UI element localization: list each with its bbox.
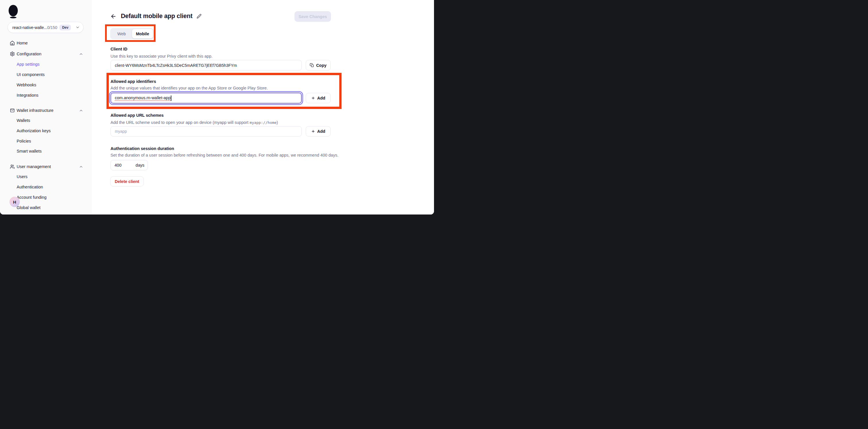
session-duration-value: 400 (115, 163, 121, 167)
url-schemes-description: Add the URL scheme used to open your app… (111, 120, 278, 125)
sidebar-item-label: User management (17, 164, 51, 169)
sidebar-item-wallet-infrastructure[interactable]: Wallet infrastructure (0, 106, 92, 115)
session-duration-label: Authentication session duration (111, 146, 174, 151)
client-id-label: Client ID (111, 47, 127, 51)
users-icon (10, 164, 15, 169)
app-usage-count: 0/150 (47, 25, 57, 30)
chevron-up-icon[interactable] (79, 52, 83, 56)
add-button-label: Add (317, 96, 325, 100)
wallet-icon (10, 108, 15, 113)
session-duration-description: Set the duration of a user session befor… (111, 153, 338, 158)
client-id-description: Use this key to associate your Privy cli… (111, 54, 212, 59)
sidebar-item-label: Configuration (17, 52, 41, 56)
edit-pencil-icon[interactable] (197, 14, 202, 19)
session-duration-unit: days (135, 163, 144, 167)
annotation-box-app-identifiers (106, 73, 342, 109)
chevron-up-icon[interactable] (79, 165, 83, 169)
sidebar-item-label: UI components (17, 72, 45, 77)
plus-icon (311, 129, 315, 133)
platform-toggle: Web Mobile (110, 28, 154, 39)
copy-button[interactable]: Copy (306, 60, 331, 70)
client-id-input[interactable] (111, 60, 302, 70)
sidebar-item-policies[interactable]: Policies (0, 137, 92, 145)
sidebar-item-label: Global wallet (17, 205, 40, 210)
app-selector-name: react-native-walle... (12, 25, 47, 30)
copy-button-label: Copy (316, 63, 327, 68)
tab-web[interactable]: Web (111, 29, 132, 38)
sidebar-item-home[interactable]: Home (0, 39, 92, 47)
sidebar-item-integrations[interactable]: Integrations (0, 91, 92, 100)
sidebar-item-authorization-keys[interactable]: Authorization keys (0, 127, 92, 135)
delete-client-button[interactable]: Delete client (110, 176, 144, 187)
app-identifier-input[interactable]: com.anonymous.rn-wallet-app (111, 93, 302, 103)
app-identifiers-description: Add the unique values that identifies yo… (111, 86, 268, 90)
sidebar-item-label: Wallet infrastructure (17, 108, 53, 113)
sidebar-item-label: Policies (17, 139, 31, 143)
sidebar-item-configuration[interactable]: Configuration (0, 50, 92, 58)
add-url-scheme-button[interactable]: Add (306, 126, 331, 136)
sidebar-item-smart-wallets[interactable]: Smart wallets (0, 147, 92, 156)
save-changes-button[interactable]: Save Changes (294, 11, 331, 22)
sidebar-item-label: Home (17, 41, 28, 45)
privy-logo-icon (8, 5, 19, 19)
url-schemes-label: Allowed app URL schemes (111, 113, 164, 118)
app-identifiers-label: Allowed app identifiers (111, 79, 156, 84)
plus-icon (311, 96, 315, 100)
sidebar-item-webhooks[interactable]: Webhooks (0, 80, 92, 89)
page-header: Default mobile app client (110, 12, 202, 20)
main-content: Default mobile app client Save Changes W… (92, 0, 434, 214)
sidebar-item-label: Webhooks (17, 82, 36, 87)
chevron-up-icon[interactable] (79, 108, 83, 113)
app-selector[interactable]: react-native-walle... 0/150 Dev (7, 22, 84, 33)
home-icon (10, 40, 15, 45)
back-arrow-icon[interactable] (110, 13, 117, 20)
sidebar-item-ui-components[interactable]: UI components (0, 70, 92, 79)
sidebar-item-users[interactable]: Users (0, 172, 92, 181)
page-title: Default mobile app client (121, 12, 192, 20)
sidebar-item-label: Smart wallets (17, 149, 42, 154)
url-scheme-code: myapp://home (250, 121, 277, 125)
sidebar-item-label: Integrations (17, 93, 38, 98)
sidebar-item-label: Users (17, 174, 28, 179)
sidebar-item-label: Authorization keys (17, 129, 51, 133)
sidebar-item-label: Authentication (17, 185, 43, 189)
text-cursor (171, 96, 172, 101)
gear-icon (10, 51, 15, 57)
avatar-initial: H (13, 200, 17, 204)
sidebar-item-label: Wallets (17, 118, 30, 123)
privy-dashboard-window: react-native-walle... 0/150 Dev Home Con… (0, 0, 434, 214)
env-badge: Dev (59, 25, 71, 30)
user-avatar[interactable]: H (9, 197, 20, 207)
session-duration-input[interactable]: 400 days (111, 160, 148, 170)
copy-icon (310, 63, 314, 67)
sidebar-item-app-settings[interactable]: App settings (0, 60, 92, 69)
chevron-down-icon (75, 25, 80, 30)
sidebar-item-label: App settings (17, 62, 40, 67)
sidebar-item-wallets[interactable]: Wallets (0, 116, 92, 125)
add-button-label: Add (317, 129, 325, 134)
sidebar-item-label: Account funding (17, 195, 46, 200)
sidebar-item-authentication[interactable]: Authentication (0, 183, 92, 191)
app-identifier-value: com.anonymous.rn-wallet-app (115, 96, 170, 101)
add-identifier-button[interactable]: Add (306, 93, 331, 103)
tab-mobile[interactable]: Mobile (132, 29, 153, 38)
sidebar-item-user-management[interactable]: User management (0, 162, 92, 171)
sidebar: react-native-walle... 0/150 Dev Home Con… (0, 0, 92, 214)
url-scheme-input[interactable] (111, 126, 302, 136)
